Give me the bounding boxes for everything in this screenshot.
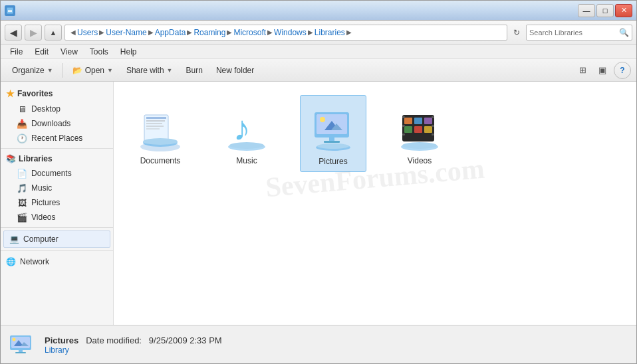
refresh-button[interactable]: ↻ [510, 25, 523, 41]
pictures-label: Pictures [31, 198, 60, 207]
main-area: ★ Favorites 🖥 Desktop 📥 Downloads 🕐 Rece… [1, 82, 636, 325]
svg-rect-33 [424, 126, 432, 133]
open-button[interactable]: 📂 Open ▼ [66, 62, 119, 79]
svg-rect-7 [146, 123, 162, 124]
file-item-music[interactable]: ♪ Music [213, 95, 280, 172]
search-input[interactable] [529, 29, 617, 37]
path-roaming[interactable]: Roaming [193, 28, 225, 37]
videos-icon: 🎬 [17, 212, 27, 223]
sidebar-item-computer[interactable]: 💻 Computer [3, 230, 110, 248]
sidebar-divider-3 [1, 250, 113, 251]
address-path[interactable]: ◀ Users ▶ User-Name ▶ AppData ▶ Roaming … [64, 25, 507, 41]
toolbar-right: ⊞ ▣ ? [574, 62, 631, 79]
sidebar-divider-1 [1, 148, 113, 149]
sidebar-item-downloads[interactable]: 📥 Downloads [1, 116, 113, 131]
documents-icon: 📄 [17, 168, 27, 179]
svg-rect-9 [146, 128, 160, 130]
maximize-button[interactable]: □ [596, 4, 614, 17]
svg-rect-36 [402, 134, 405, 136]
recent-places-label: Recent Places [31, 134, 82, 143]
back-button[interactable]: ◀ [5, 25, 22, 41]
svg-rect-38 [432, 125, 434, 127]
svg-rect-34 [402, 116, 405, 118]
forward-button[interactable]: ▶ [25, 25, 42, 41]
search-icon: 🔍 [619, 28, 629, 37]
sidebar-section-computer: 💻 Computer [1, 230, 113, 248]
status-item-icon [7, 331, 37, 360]
status-date-value: 9/25/2009 2:33 PM [149, 335, 222, 345]
downloads-icon: 📥 [17, 118, 27, 129]
open-icon: 📂 [72, 66, 82, 75]
content-pane: Documents ♪ Music [114, 82, 636, 325]
organize-button[interactable]: Organize ▼ [6, 62, 59, 79]
menu-help[interactable]: Help [115, 46, 142, 58]
sidebar-item-pictures[interactable]: 🖼 Pictures [1, 195, 113, 210]
path-microsoft[interactable]: Microsoft [233, 28, 266, 37]
network-label: Network [20, 257, 49, 266]
path-username[interactable]: User-Name [106, 28, 146, 37]
svg-rect-29 [414, 118, 422, 124]
menu-tools[interactable]: Tools [84, 46, 114, 58]
sidebar-libraries-header[interactable]: 📚 Libraries [1, 151, 113, 166]
status-date-label: Date modified: [86, 335, 142, 345]
path-appdata[interactable]: AppData [155, 28, 186, 37]
share-with-button[interactable]: Share with ▼ [120, 62, 179, 79]
help-button[interactable]: ? [614, 62, 631, 79]
burn-button[interactable]: Burn [180, 62, 209, 79]
path-users[interactable]: Users [77, 28, 98, 37]
file-item-pictures[interactable]: Pictures [300, 95, 366, 172]
close-button[interactable]: ✕ [615, 4, 632, 17]
sidebar-item-recent-places[interactable]: 🕐 Recent Places [1, 131, 113, 145]
new-folder-button[interactable]: New folder [210, 62, 260, 79]
svg-rect-37 [432, 116, 434, 118]
svg-point-45 [13, 337, 16, 341]
sidebar-section-favorites: ★ Favorites 🖥 Desktop 📥 Downloads 🕐 Rece… [1, 86, 113, 145]
preview-pane-button[interactable]: ▣ [594, 62, 611, 79]
sidebar-item-network[interactable]: 🌐 Network [1, 254, 113, 270]
svg-rect-31 [404, 126, 412, 133]
sidebar-section-libraries: 📚 Libraries 📄 Documents 🎵 Music 🖼 Pictur… [1, 151, 113, 225]
pictures-icon: 🖼 [17, 197, 27, 208]
path-windows[interactable]: Windows [274, 28, 307, 37]
menubar: File Edit View Tools Help [1, 45, 636, 59]
status-type: Library [45, 345, 333, 355]
addressbar: ◀ ▶ ▲ ◀ Users ▶ User-Name ▶ AppData ▶ Ro… [1, 21, 636, 45]
svg-point-24 [317, 143, 349, 149]
computer-icon: 💻 [9, 234, 19, 244]
menu-edit[interactable]: Edit [29, 46, 54, 58]
libraries-label: Libraries [19, 154, 53, 163]
up-button[interactable]: ▲ [45, 25, 62, 41]
svg-rect-30 [424, 118, 432, 124]
downloads-label: Downloads [31, 119, 70, 128]
titlebar-left: Libraries [5, 5, 49, 16]
statusbar: Pictures Date modified: 9/25/2009 2:33 P… [1, 325, 636, 364]
search-box: 🔍 [526, 25, 632, 41]
open-label: Open [85, 66, 104, 75]
burn-label: Burn [186, 66, 203, 75]
menu-file[interactable]: File [5, 46, 28, 58]
file-item-videos[interactable]: Videos [386, 95, 453, 172]
music-file-label: Music [236, 156, 257, 165]
pictures-file-label: Pictures [318, 157, 347, 166]
documents-file-icon [134, 100, 187, 153]
change-view-button[interactable]: ⊞ [574, 62, 591, 79]
svg-rect-22 [324, 141, 340, 143]
status-item-name: Pictures Date modified: 9/25/2009 2:33 P… [45, 335, 333, 345]
sidebar-item-documents[interactable]: 📄 Documents [1, 166, 113, 181]
path-libraries[interactable]: Libraries [315, 28, 345, 37]
file-item-documents[interactable]: Documents [127, 95, 193, 172]
status-info: Pictures Date modified: 9/25/2009 2:33 P… [45, 335, 333, 355]
sidebar-favorites-header[interactable]: ★ Favorites [1, 86, 113, 102]
sidebar-item-videos[interactable]: 🎬 Videos [1, 210, 113, 225]
videos-label: Videos [31, 213, 55, 222]
sidebar-item-desktop[interactable]: 🖥 Desktop [1, 102, 113, 116]
minimize-button[interactable]: — [578, 4, 595, 17]
svg-rect-47 [15, 352, 26, 353]
svg-rect-32 [414, 126, 422, 133]
svg-rect-2 [8, 11, 12, 12]
toolbar-divider-1 [63, 63, 63, 78]
menu-view[interactable]: View [55, 46, 83, 58]
sidebar-item-music[interactable]: 🎵 Music [1, 181, 113, 195]
svg-text:♪: ♪ [233, 109, 251, 147]
recent-places-icon: 🕐 [17, 133, 27, 143]
